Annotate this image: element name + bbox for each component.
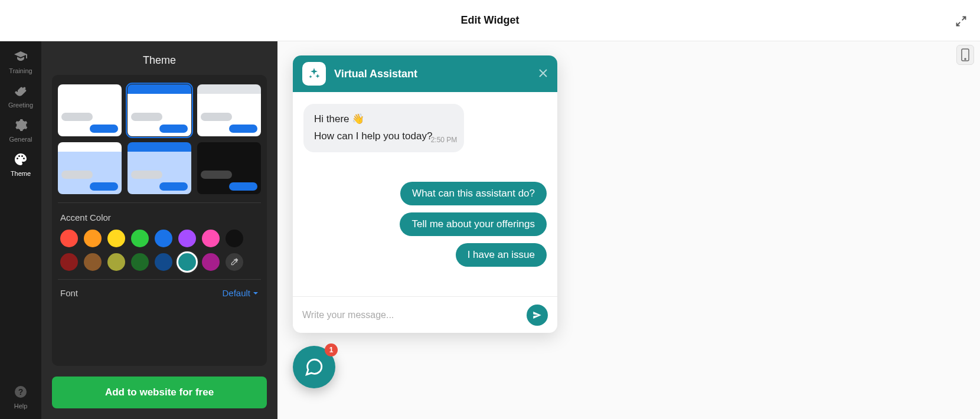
eyedropper-icon bbox=[230, 257, 239, 267]
accent-color-label: Accent Color bbox=[60, 212, 259, 222]
sparkle-icon bbox=[307, 67, 321, 81]
rail-item-label: Greeting bbox=[8, 102, 33, 109]
font-select[interactable]: Default bbox=[222, 288, 259, 298]
suggestion-chip[interactable]: Tell me about your offerings bbox=[400, 212, 547, 236]
theme-thumbnail[interactable] bbox=[128, 142, 191, 194]
greeting-line: Hi there 👋 bbox=[314, 111, 432, 128]
page-title: Edit Widget bbox=[461, 14, 520, 27]
greeting-line: How can I help you today? bbox=[314, 128, 432, 145]
color-swatch[interactable] bbox=[107, 253, 125, 271]
chat-launcher-button[interactable]: 1 bbox=[293, 346, 335, 388]
send-button[interactable] bbox=[527, 305, 548, 326]
send-icon bbox=[532, 310, 543, 320]
suggestion-chip[interactable]: What can this assistant do? bbox=[400, 182, 547, 205]
graduation-cap-icon bbox=[14, 50, 28, 64]
color-swatch[interactable] bbox=[131, 253, 149, 271]
panel-title: Theme bbox=[41, 41, 277, 75]
rail-item-general[interactable]: General bbox=[0, 118, 41, 143]
color-swatch[interactable] bbox=[60, 253, 78, 271]
chat-close-button[interactable] bbox=[538, 67, 548, 81]
greeting-message: Hi there 👋 How can I help you today? 2:5… bbox=[303, 104, 464, 152]
preview-area: Virtual Assistant Hi there 👋 How can I h… bbox=[277, 41, 980, 419]
chat-bubble-icon bbox=[304, 357, 324, 377]
svg-point-3 bbox=[965, 58, 966, 60]
chat-header: Virtual Assistant bbox=[293, 55, 557, 92]
font-label: Font bbox=[60, 288, 78, 298]
rail-item-greeting[interactable]: Greeting bbox=[0, 84, 41, 109]
add-to-website-button[interactable]: Add to website for free bbox=[52, 377, 267, 408]
hand-wave-icon bbox=[14, 84, 28, 98]
suggestion-chip[interactable]: I have an issue bbox=[456, 243, 547, 267]
chat-avatar bbox=[302, 62, 326, 86]
chat-badge: 1 bbox=[325, 343, 338, 356]
rail-item-help[interactable]: ? Help bbox=[0, 385, 41, 410]
rail-item-training[interactable]: Training bbox=[0, 50, 41, 74]
color-swatch[interactable] bbox=[202, 253, 220, 271]
help-icon: ? bbox=[14, 385, 28, 399]
theme-panel: Theme Accent Color Font Default Add to w… bbox=[41, 41, 277, 419]
rail-item-label: General bbox=[9, 136, 32, 143]
mobile-preview-button[interactable] bbox=[956, 45, 974, 65]
accent-color-swatches bbox=[60, 230, 259, 271]
color-swatch[interactable] bbox=[226, 230, 243, 247]
rail-item-label: Help bbox=[14, 402, 28, 410]
eyedropper-button[interactable] bbox=[226, 253, 243, 271]
color-swatch[interactable] bbox=[155, 230, 172, 247]
palette-icon bbox=[14, 152, 28, 166]
gear-icon bbox=[14, 118, 28, 132]
color-swatch[interactable] bbox=[155, 253, 172, 271]
color-swatch[interactable] bbox=[84, 230, 102, 247]
theme-thumbnail[interactable] bbox=[128, 84, 191, 136]
chat-body: Hi there 👋 How can I help you today? 2:5… bbox=[293, 92, 557, 296]
phone-icon bbox=[961, 48, 969, 61]
theme-thumbnail[interactable] bbox=[197, 84, 261, 136]
color-swatch[interactable] bbox=[178, 230, 196, 247]
close-icon bbox=[538, 68, 548, 78]
chevron-down-icon bbox=[253, 290, 259, 296]
theme-thumbnail[interactable] bbox=[197, 142, 261, 194]
svg-text:?: ? bbox=[18, 387, 24, 397]
chat-input-row bbox=[293, 296, 557, 333]
font-value-text: Default bbox=[222, 288, 250, 298]
color-swatch[interactable] bbox=[84, 253, 102, 271]
chat-title: Virtual Assistant bbox=[334, 68, 530, 80]
expand-icon bbox=[955, 15, 967, 27]
color-swatch[interactable] bbox=[131, 230, 149, 247]
titlebar: Edit Widget bbox=[0, 0, 980, 41]
rail-item-theme[interactable]: Theme bbox=[0, 152, 41, 177]
suggestion-list: What can this assistant do?Tell me about… bbox=[303, 182, 547, 267]
chat-input[interactable] bbox=[302, 310, 527, 320]
color-swatch[interactable] bbox=[60, 230, 78, 247]
font-row: Font Default bbox=[58, 280, 261, 298]
theme-thumbnail[interactable] bbox=[58, 84, 122, 136]
chat-widget: Virtual Assistant Hi there 👋 How can I h… bbox=[293, 55, 557, 333]
theme-thumbnail[interactable] bbox=[58, 142, 122, 194]
expand-button[interactable] bbox=[953, 13, 969, 30]
color-swatch[interactable] bbox=[202, 230, 220, 247]
rail-item-label: Theme bbox=[11, 170, 31, 177]
icon-rail: Training Greeting General Theme ? Help bbox=[0, 41, 41, 419]
color-swatch[interactable] bbox=[178, 253, 196, 271]
color-swatch[interactable] bbox=[107, 230, 125, 247]
accent-color-section: Accent Color bbox=[58, 203, 261, 280]
rail-item-label: Training bbox=[9, 67, 32, 74]
theme-grid bbox=[58, 84, 261, 203]
greeting-timestamp: 2:50 PM bbox=[431, 134, 458, 146]
